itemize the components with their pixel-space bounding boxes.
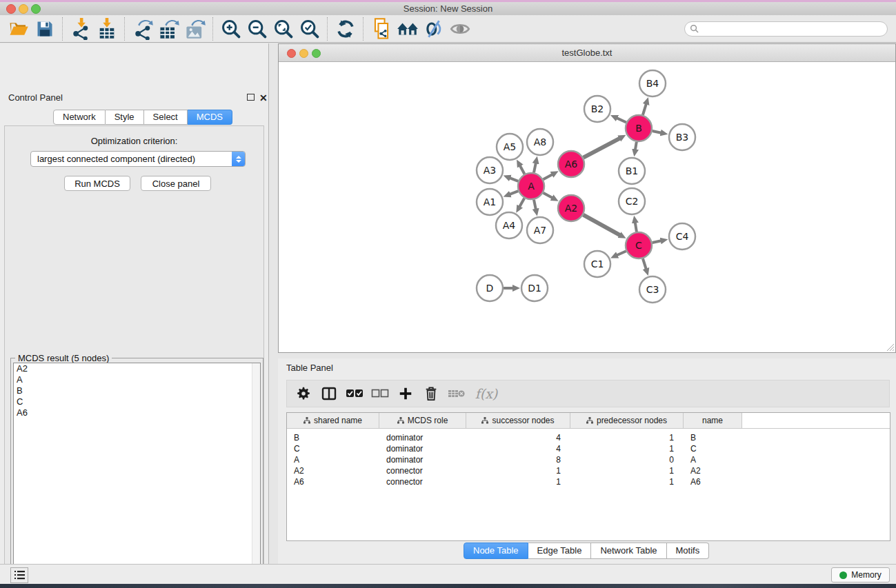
edge-C-C3[interactable] — [643, 258, 646, 269]
cell-name[interactable]: A — [684, 455, 742, 465]
edge-A-A1[interactable] — [510, 191, 518, 194]
tab-network[interactable]: Network — [53, 110, 106, 125]
cell-mcds-role[interactable]: dominator — [379, 433, 466, 443]
zoom-in-button[interactable] — [218, 17, 244, 41]
cell-mcds-role[interactable]: connector — [379, 466, 466, 476]
table-row[interactable]: A6 connector 1 1 A6 — [287, 476, 890, 487]
tab-style[interactable]: Style — [106, 110, 144, 125]
tab-mcds[interactable]: MCDS — [188, 110, 232, 125]
run-mcds-button[interactable]: Run MCDS — [64, 176, 130, 191]
cell-mcds-role[interactable]: dominator — [379, 455, 466, 465]
cell-name[interactable]: A2 — [684, 466, 742, 476]
save-session-button[interactable] — [32, 17, 58, 41]
import-table-button[interactable] — [94, 17, 120, 41]
control-panel-float-button[interactable] — [247, 94, 255, 101]
show-details-button[interactable] — [447, 17, 473, 41]
zoom-fit-button[interactable] — [270, 17, 297, 41]
tab-select[interactable]: Select — [144, 110, 188, 125]
cell-successor-nodes[interactable]: 1 — [466, 477, 570, 487]
close-window-button[interactable] — [6, 4, 16, 14]
edge-A-A7[interactable] — [534, 200, 536, 210]
cell-name[interactable]: A6 — [684, 477, 742, 487]
column-header-name[interactable]: name — [684, 413, 742, 428]
cell-name[interactable]: C — [684, 444, 742, 454]
edge-B-B3[interactable] — [653, 131, 661, 133]
cell-predecessor-nodes[interactable]: 1 — [570, 433, 684, 443]
minimize-window-button[interactable] — [19, 4, 28, 14]
cell-predecessor-nodes[interactable]: 1 — [570, 477, 684, 487]
edge-A-A3[interactable] — [510, 178, 518, 181]
network-from-selection-button[interactable] — [368, 17, 395, 41]
cell-successor-nodes[interactable]: 8 — [466, 455, 570, 465]
tab-node-table[interactable]: Node Table — [464, 543, 528, 559]
delete-column-button[interactable] — [421, 384, 441, 403]
cell-shared-name[interactable]: A2 — [287, 466, 379, 476]
edge-A-A2[interactable] — [544, 193, 552, 198]
network-window-maximize-button[interactable] — [312, 49, 321, 58]
result-list-scrollbar[interactable] — [252, 363, 260, 588]
cell-shared-name[interactable]: B — [287, 433, 379, 443]
cell-successor-nodes[interactable]: 1 — [466, 466, 570, 476]
table-row[interactable]: B dominator 4 1 B — [287, 432, 890, 443]
edge-B-B1[interactable] — [635, 142, 637, 150]
cell-name[interactable]: B — [684, 433, 742, 443]
result-item[interactable]: A2 — [14, 363, 260, 374]
edge-A-A8[interactable] — [534, 163, 536, 172]
cell-predecessor-nodes[interactable]: 1 — [570, 466, 684, 476]
maximize-window-button[interactable] — [31, 4, 41, 14]
cell-shared-name[interactable]: C — [287, 444, 379, 454]
cell-successor-nodes[interactable]: 4 — [466, 433, 570, 443]
zoom-selected-button[interactable] — [297, 17, 323, 41]
edge-A-A5[interactable] — [520, 165, 525, 174]
criterion-select[interactable]: largest connected component (directed) — [30, 151, 246, 167]
column-header-mcds-role[interactable]: MCDS role — [379, 413, 466, 428]
edge-B-B2[interactable] — [617, 118, 626, 122]
control-panel-close-button[interactable]: ✕ — [259, 94, 268, 101]
edge-B-B4[interactable] — [643, 104, 646, 115]
network-window-minimize-button[interactable] — [299, 49, 308, 58]
result-item[interactable]: A — [14, 374, 260, 385]
hide-style-button[interactable] — [421, 17, 447, 41]
cell-successor-nodes[interactable]: 4 — [466, 444, 570, 454]
table-settings-button[interactable] — [294, 384, 313, 403]
export-image-button[interactable] — [182, 17, 208, 41]
refresh-button[interactable] — [332, 17, 359, 41]
import-network-button[interactable] — [68, 17, 94, 41]
cell-mcds-role[interactable]: connector — [379, 477, 466, 487]
edge-A2-C[interactable] — [584, 215, 620, 235]
close-panel-button[interactable]: Close panel — [141, 176, 211, 191]
mcds-result-list[interactable]: A2 A B C A6 — [13, 363, 261, 588]
network-graph-canvas[interactable]: B4B2BB3B1A5A8A6A3AA1A2C2A4A7CC4C1C3DD1 — [279, 62, 895, 352]
tab-network-table[interactable]: Network Table — [591, 543, 666, 559]
window-resize-grip[interactable] — [886, 343, 895, 352]
cell-shared-name[interactable]: A — [287, 455, 379, 465]
network-window-titlebar[interactable]: testGlobe.txt — [279, 44, 895, 62]
create-column-button[interactable] — [396, 384, 415, 403]
table-row[interactable]: A2 connector 1 1 A2 — [287, 465, 890, 476]
tab-edge-table[interactable]: Edge Table — [528, 543, 592, 559]
result-item[interactable]: C — [14, 396, 260, 407]
column-header-successor-nodes[interactable]: successor nodes — [466, 413, 570, 428]
table-row[interactable]: A dominator 8 0 A — [287, 454, 890, 465]
edge-A-A6[interactable] — [544, 174, 552, 179]
edge-A-A4[interactable] — [519, 198, 524, 207]
zoom-out-button[interactable] — [244, 17, 270, 41]
cell-predecessor-nodes[interactable]: 1 — [570, 444, 684, 454]
memory-button[interactable]: Memory — [831, 567, 890, 582]
task-history-button[interactable] — [10, 567, 28, 583]
network-window-close-button[interactable] — [287, 49, 296, 58]
edge-C-C1[interactable] — [617, 251, 626, 255]
edge-C-C2[interactable] — [635, 223, 637, 232]
edge-C-C4[interactable] — [653, 241, 661, 243]
tab-motifs[interactable]: Motifs — [667, 543, 710, 559]
unselect-all-columns-button[interactable] — [370, 384, 390, 403]
result-item[interactable]: A6 — [14, 407, 260, 418]
column-header-shared-name[interactable]: shared name — [287, 413, 379, 428]
cell-shared-name[interactable]: A6 — [287, 477, 379, 487]
open-session-button[interactable] — [6, 17, 32, 41]
export-table-button[interactable] — [156, 17, 182, 41]
cell-mcds-role[interactable]: dominator — [379, 444, 466, 454]
export-network-button[interactable] — [130, 17, 156, 41]
result-item[interactable]: B — [14, 385, 260, 396]
cell-predecessor-nodes[interactable]: 0 — [570, 455, 684, 465]
